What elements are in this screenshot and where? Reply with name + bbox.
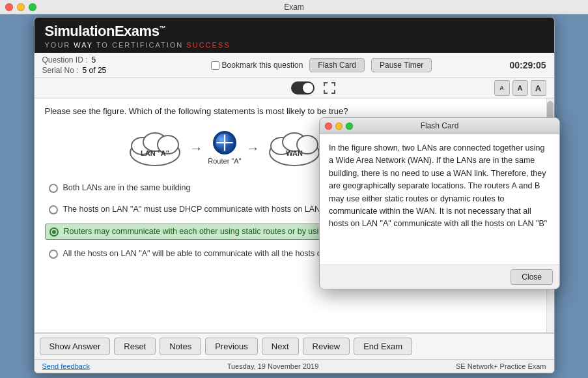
wan-cloud: WAN [265,125,324,167]
bottom-toolbar: Show Answer Reset Notes Previous Next Re… [35,333,554,359]
lan-a-cloud: LAN "A" [126,125,184,167]
notes-button[interactable]: Notes [160,338,201,355]
pause-timer-button[interactable]: Pause Timer [371,58,432,72]
wan-item: WAN [265,125,324,170]
choice-4-text: All the hosts on LAN "A" will be able to… [63,249,358,258]
end-exam-button[interactable]: End Exam [354,338,412,355]
font-medium-button[interactable]: A [512,80,528,96]
serial-no-label: Serial No : [42,66,79,75]
font-large-button[interactable]: A [531,80,546,96]
title-bar: Exam [0,0,588,14]
serial-no-value: 5 of 25 [83,66,107,75]
question-text: Please see the figure. Which of the foll… [45,106,544,116]
router-a-item: Router "A" [208,131,241,165]
reset-button[interactable]: Reset [114,338,156,355]
font-small-button[interactable]: A [494,80,510,96]
brand-subtitle: YOUR WAY TO CERTIFICATION SUCCESS [45,41,544,49]
router-a-icon [213,131,236,154]
radio-3[interactable] [49,227,59,237]
flash-card-content: In the figure shown, two LANs are connec… [320,134,559,265]
flash-card-footer: Close [320,265,559,289]
font-size-buttons: A A A [494,80,546,96]
choice-1-text: Both LANs are in the same building [63,183,191,192]
toolbar: Question ID : 5 Serial No : 5 of 25 Book… [35,53,554,78]
flash-card-title: Flash Card [421,121,459,130]
window-title: Exam [284,3,304,12]
review-button[interactable]: Review [303,338,350,355]
status-bar: Send feedback Tuesday, 19 November 2019 … [35,359,554,373]
flash-card-close-btn[interactable] [325,123,332,130]
send-feedback-link[interactable]: Send feedback [42,362,90,370]
timer: 00:29:05 [509,60,546,70]
radio-4[interactable] [49,250,58,259]
previous-button[interactable]: Previous [205,338,258,355]
flash-card-min-btn[interactable] [335,123,343,130]
radio-2[interactable] [49,205,58,214]
radio-1[interactable] [49,184,58,193]
flash-card-window-controls[interactable] [325,123,353,130]
bookmark-checkbox[interactable] [211,61,219,70]
toolbar-row2: A A A [35,78,554,98]
toolbar-center: Bookmark this question Flash Card Pause … [140,58,503,72]
brand-title: SimulationExams™ [45,23,544,40]
toolbar-right: 00:29:05 [509,60,546,70]
arrow-2: → [247,141,260,154]
arrow-1: → [189,141,203,154]
status-exam: SE Network+ Practice Exam [456,362,546,370]
status-date: Tuesday, 19 November 2019 [227,362,319,370]
flash-card-overlay: Flash Card In the figure shown, two LANs… [319,117,560,289]
app-header: SimulationExams™ YOUR WAY TO CERTIFICATI… [35,18,554,53]
flash-card-title-bar: Flash Card [320,118,559,134]
question-id-value: 5 [92,55,96,65]
router-a-label: Router "A" [208,157,241,165]
toggle-switch[interactable] [291,81,315,94]
toggle-knob [303,83,313,93]
question-id-label: Question ID : [42,55,88,65]
show-answer-button[interactable]: Show Answer [40,338,111,355]
question-info: Question ID : 5 Serial No : 5 of 25 [42,55,133,75]
lan-a-item: LAN "A" [126,125,184,170]
flash-card-button[interactable]: Flash Card [309,58,365,72]
svg-text:WAN: WAN [286,149,303,157]
minimize-window-button[interactable] [17,3,25,11]
next-button[interactable]: Next [262,338,299,355]
radio-3-inner [52,230,56,234]
maximize-window-button[interactable] [29,3,36,11]
window-controls[interactable] [5,3,36,11]
flash-card-text: In the figure shown, two LANs are connec… [329,142,550,231]
svg-text:LAN "A": LAN "A" [141,149,169,157]
flash-card-max-btn[interactable] [346,123,353,130]
close-window-button[interactable] [5,3,13,11]
expand-icon[interactable] [322,81,337,95]
bookmark-label[interactable]: Bookmark this question [211,61,303,70]
flash-card-close-button[interactable]: Close [511,269,553,285]
